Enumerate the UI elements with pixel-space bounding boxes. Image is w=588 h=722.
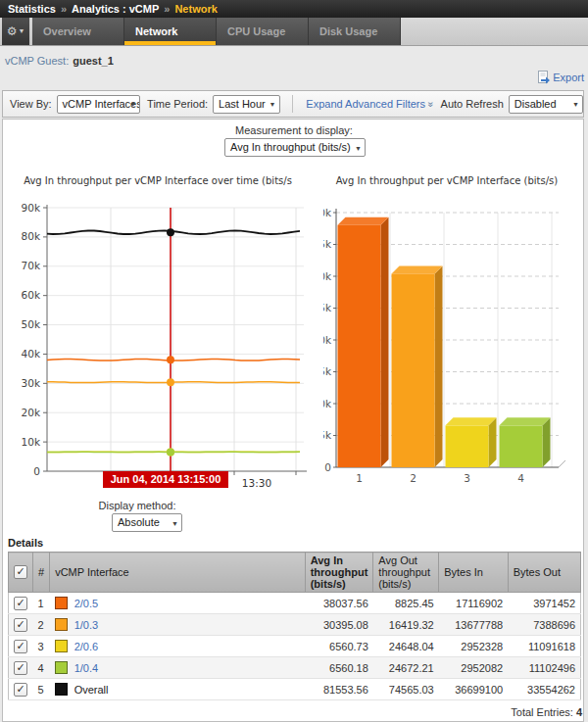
row-checkbox[interactable]: ✓	[14, 640, 27, 653]
tab-network[interactable]: Network	[124, 18, 217, 45]
bytes-in-value: 36699100	[439, 679, 508, 700]
svg-text:0: 0	[33, 465, 40, 477]
svg-text:40k: 40k	[22, 348, 41, 360]
col-header-bytes-out: Bytes Out	[508, 553, 580, 593]
svg-text:20k: 20k	[323, 334, 332, 346]
interface-link[interactable]: 1/0.4	[74, 662, 98, 674]
bytes-in-value: 2952082	[439, 657, 508, 679]
avg-in-value: 38037.56	[305, 593, 373, 614]
bytes-out-value: 11091618	[508, 636, 580, 657]
toolbar-divider	[292, 95, 293, 113]
gear-icon: ⚙	[7, 24, 18, 38]
avg-out-value: 8825.45	[373, 593, 439, 614]
details-table-header-row: ✓ # vCMP Interface Avg In throughput (bi…	[9, 553, 581, 593]
series-color-swatch	[55, 683, 68, 696]
bytes-out-value: 33554262	[508, 679, 580, 700]
tab-bar: ⚙▼ Overview Network CPU Usage Disk Usage	[0, 18, 588, 46]
avg-out-value: 24648.04	[373, 636, 439, 657]
svg-text:60k: 60k	[22, 289, 41, 301]
interface-link[interactable]: 2/0.5	[74, 598, 98, 609]
avg-out-value: 16419.32	[373, 614, 439, 636]
select-all-header-cell: ✓	[9, 553, 33, 593]
svg-text:10k: 10k	[323, 398, 332, 409]
select-all-checkbox[interactable]: ✓	[14, 565, 27, 579]
table-row: ✓21/0.330395.0816419.32136777887388696	[9, 614, 581, 636]
avg-out-value: 74565.03	[373, 679, 439, 700]
svg-text:30k: 30k	[323, 270, 332, 282]
measurement-select[interactable]: Avg In throughput (bits/s)	[224, 138, 366, 157]
tab-cpu-usage[interactable]: CPU Usage	[217, 18, 309, 45]
series-color-swatch	[55, 640, 68, 652]
svg-text:50k: 50k	[22, 318, 41, 330]
svg-text:70k: 70k	[22, 260, 41, 271]
interface-label: Overall	[74, 684, 109, 696]
breadcrumb: Statistics»Analytics : vCMP»Network	[0, 0, 588, 18]
bytes-out-value: 11102496	[508, 657, 580, 679]
auto-refresh-label: Auto Refresh	[441, 98, 504, 110]
svg-text:15k: 15k	[323, 365, 332, 377]
bytes-in-value: 17116902	[439, 593, 508, 614]
details-table: ✓ # vCMP Interface Avg In throughput (bi…	[8, 552, 581, 700]
time-period-select[interactable]: Last Hour	[213, 95, 279, 114]
bar-chart: 05k10k15k20k25k30k35k40k1234	[323, 191, 586, 493]
breadcrumb-sub: Analytics : vCMP	[72, 3, 159, 15]
total-entries: Total Entries:4	[511, 706, 582, 718]
avg-in-value: 6560.73	[305, 636, 373, 657]
guest-name: guest_1	[73, 55, 114, 67]
table-row: ✓5Overall81553.5674565.03366991003355426…	[9, 679, 581, 700]
export-link[interactable]: Export	[537, 71, 584, 84]
breadcrumb-separator: »	[61, 3, 67, 15]
svg-text:2: 2	[410, 472, 416, 484]
interface-link[interactable]: 1/0.3	[74, 619, 98, 631]
settings-menu-button[interactable]: ⚙▼	[2, 18, 29, 45]
row-number: 3	[33, 636, 50, 657]
breadcrumb-current: Network	[174, 3, 217, 15]
interface-link[interactable]: 2/0.6	[74, 641, 98, 652]
series-color-swatch	[55, 597, 68, 609]
auto-refresh-select[interactable]: Disabled	[509, 95, 583, 114]
col-header-avg-in: Avg In throughput (bits/s)	[305, 553, 373, 593]
table-row: ✓41/0.46560.1824672.21295208211102496	[9, 657, 581, 679]
tab-overview[interactable]: Overview	[32, 18, 124, 45]
svg-text:0: 0	[324, 461, 331, 473]
display-method-select[interactable]: Absolute	[112, 513, 182, 532]
avg-in-value: 81553.56	[305, 679, 373, 700]
time-period-label: Time Period:	[147, 98, 208, 110]
chevron-down-icon: ▼	[18, 27, 24, 34]
details-table-body: ✓12/0.538037.568825.45171169023971452✓21…	[9, 593, 581, 700]
bytes-out-value: 3971452	[508, 593, 580, 614]
bar-chart-title: Avg In throughput per vCMP Interface (bi…	[329, 175, 564, 186]
avg-in-value: 30395.08	[305, 614, 373, 636]
avg-out-value: 24672.21	[373, 657, 439, 679]
row-checkbox[interactable]: ✓	[14, 661, 27, 675]
col-header-interface: vCMP Interface	[50, 553, 306, 593]
expand-advanced-filters-link[interactable]: Expand Advanced Filters	[306, 98, 425, 110]
svg-text:10k: 10k	[22, 436, 41, 448]
row-checkbox[interactable]: ✓	[14, 683, 27, 697]
selected-time-tooltip: Jun 04, 2014 13:15:00	[103, 471, 228, 488]
vcmp-guest-label: vCMP Guest:guest_1	[5, 55, 114, 67]
series-color-swatch	[55, 618, 68, 631]
col-header-num: #	[33, 553, 50, 593]
tab-disk-usage[interactable]: Disk Usage	[309, 18, 401, 45]
breadcrumb-section: Statistics	[8, 3, 56, 15]
svg-text:4: 4	[517, 472, 524, 484]
row-checkbox[interactable]: ✓	[14, 597, 27, 610]
filter-toolbar: View By: vCMP Interfaces Time Period: La…	[2, 90, 584, 118]
series-color-swatch	[55, 661, 68, 674]
display-method-label: Display method:	[54, 500, 220, 511]
svg-text:20k: 20k	[22, 407, 41, 418]
row-checkbox[interactable]: ✓	[14, 618, 27, 632]
line-chart: 010k20k30k40k50k60k70k80k90k	[0, 191, 318, 493]
svg-text:80k: 80k	[22, 230, 41, 242]
view-by-label: View By:	[10, 98, 52, 110]
svg-text:25k: 25k	[323, 302, 332, 313]
details-title: Details	[8, 537, 43, 549]
row-number: 4	[33, 657, 50, 679]
view-by-select[interactable]: vCMP Interfaces	[57, 95, 141, 114]
bytes-out-value: 7388696	[508, 614, 580, 636]
svg-text:35k: 35k	[323, 238, 332, 250]
svg-text:90k: 90k	[22, 202, 41, 214]
svg-text:3: 3	[464, 472, 470, 484]
table-row: ✓32/0.66560.7324648.04295232811091618	[9, 636, 581, 657]
